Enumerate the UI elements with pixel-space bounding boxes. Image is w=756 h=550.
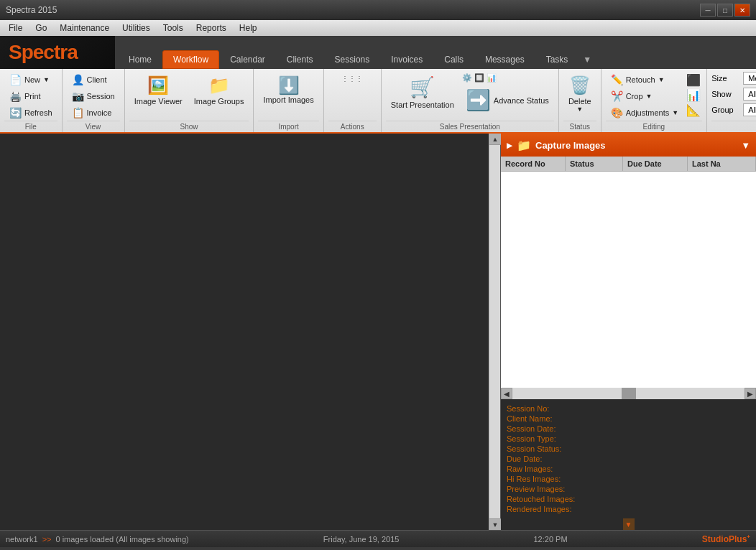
menu-tools[interactable]: Tools: [157, 22, 189, 34]
logo-nav-area: Spectra Home Workflow Calendar Clients S…: [0, 36, 756, 69]
retouch-icon: ✏️: [611, 74, 623, 85]
ribbon-section-show: 🖼️ Image Viewer 📁 Image Groups Show: [125, 69, 254, 132]
import-icon: ⬇️: [278, 75, 300, 95]
scroll-down-arrow[interactable]: ▼: [489, 518, 501, 530]
sales-sub-buttons: ⚙️ 🔲 📊 ➡️ Advance Status: [461, 72, 554, 116]
minimize-button[interactable]: ─: [700, 4, 716, 17]
show-select[interactable]: All Images Selected Flagged: [743, 88, 756, 101]
bottom-scroll-arrow[interactable]: ▼: [623, 518, 635, 530]
scroll-up-arrow[interactable]: ▲: [489, 134, 501, 145]
ribbon-section-file: 📄 New ▼ 🖨️ Print 🔄 Refresh File: [0, 69, 63, 132]
ribbon-editing-buttons: ✏️ Retouch ▼ ✂️ Crop ▼ 🎨 Adjustments ▼ ⬛…: [606, 72, 702, 121]
ribbon-actions-buttons: ⋮⋮⋮: [338, 72, 366, 121]
session-info-panel: Session No: Client Name: Session Date: S…: [501, 399, 756, 518]
options-column: Size Medium Small Large Show All Images …: [711, 72, 756, 116]
raw-images-label: Raw Images:: [507, 465, 553, 473]
view-button-column: 👤 Client 📷 Session 📋 Invoice: [67, 72, 120, 121]
tab-sessions[interactable]: Sessions: [324, 50, 381, 69]
close-button[interactable]: ✕: [734, 4, 750, 17]
size-row: Size Medium Small Large: [711, 72, 756, 85]
ribbon-file-buttons: 📄 New ▼ 🖨️ Print 🔄 Refresh: [4, 72, 57, 121]
size-label: Size: [711, 74, 740, 83]
tab-calls[interactable]: Calls: [433, 50, 474, 69]
tab-home[interactable]: Home: [118, 50, 162, 69]
crop-button[interactable]: ✂️ Crop ▼: [606, 88, 683, 104]
tab-tasks[interactable]: Tasks: [535, 50, 579, 69]
session-type-label: Session Type:: [507, 434, 556, 443]
size-select[interactable]: Medium Small Large: [743, 72, 756, 85]
group-select[interactable]: All Groups: [743, 103, 756, 116]
status-left: network1 >> 0 images loaded (All images …: [6, 535, 189, 544]
delete-button[interactable]: 🗑️ Delete ▼: [563, 72, 596, 116]
adjustments-button[interactable]: 🎨 Adjustments ▼: [606, 105, 683, 121]
status-arrow: >>: [42, 535, 52, 544]
preview-images-label: Preview Images:: [507, 485, 565, 493]
menu-file[interactable]: File: [3, 22, 28, 34]
client-button[interactable]: 👤 Client: [67, 72, 120, 88]
menu-bar: File Go Maintenance Utilities Tools Repo…: [0, 20, 756, 36]
menu-help[interactable]: Help: [234, 22, 263, 34]
session-button[interactable]: 📷 Session: [67, 88, 120, 104]
import-images-button[interactable]: ⬇️ Import Images: [258, 72, 318, 108]
advance-status-button[interactable]: ➡️ Advance Status: [461, 85, 554, 116]
scroll-track: [489, 145, 500, 518]
retouched-images-label: Retouched Images:: [507, 495, 575, 503]
right-panel: ▶ 📁 Capture Images ▼ Record No Status Du…: [500, 134, 756, 530]
tab-scroll-arrow[interactable]: ▼: [578, 50, 596, 69]
images-loaded-text: 0 images loaded (All images showing): [56, 535, 189, 544]
hscroll-right-arrow[interactable]: ▶: [745, 388, 756, 399]
session-date-label: Session Date:: [507, 424, 556, 433]
editing-side-icons: ⬛ 📊 📐: [685, 72, 702, 118]
header-triangle-icon: ▶: [507, 141, 512, 149]
new-icon: 📄: [9, 74, 22, 85]
actions-section-label: Actions: [328, 121, 377, 131]
new-button[interactable]: 📄 New ▼: [4, 72, 57, 88]
ribbon-status-buttons: 🗑️ Delete ▼: [563, 72, 596, 121]
capture-header-dropdown[interactable]: ▼: [741, 140, 750, 151]
maximize-button[interactable]: □: [717, 4, 733, 17]
tab-workflow[interactable]: Workflow: [162, 50, 219, 69]
print-button[interactable]: 🖨️ Print: [4, 88, 57, 104]
session-status-row: Session Status:: [507, 444, 750, 454]
size-icon: ⬛: [686, 73, 701, 87]
invoice-button[interactable]: 📋 Invoice: [67, 105, 120, 121]
tab-calendar[interactable]: Calendar: [219, 50, 276, 69]
horizontal-scrollbar[interactable]: ◀ ▶: [501, 388, 756, 399]
image-vertical-scrollbar[interactable]: ▲ ▼: [489, 134, 500, 530]
main-area: ▲ ▼ ▶ 📁 Capture Images ▼ Record No Statu…: [0, 134, 756, 530]
tab-clients[interactable]: Clients: [276, 50, 324, 69]
title-bar: Spectra 2015 ─ □ ✕: [0, 0, 756, 20]
image-groups-button[interactable]: 📁 Image Groups: [189, 72, 249, 109]
show-icon: 📊: [686, 88, 701, 102]
menu-reports[interactable]: Reports: [190, 22, 232, 34]
menu-maintenance[interactable]: Maintenance: [54, 22, 115, 34]
retouch-button[interactable]: ✏️ Retouch ▼: [606, 72, 683, 88]
hi-res-label: Hi Res Images:: [507, 475, 561, 483]
table-header-row: Record No Status Due Date Last Na: [501, 157, 756, 172]
tab-invoices[interactable]: Invoices: [380, 50, 433, 69]
start-presentation-button[interactable]: 🛒 Start Presentation: [386, 72, 459, 113]
invoice-icon: 📋: [72, 107, 84, 118]
session-status-label: Session Status:: [507, 444, 561, 453]
tab-messages[interactable]: Messages: [474, 50, 535, 69]
col-due-date: Due Date: [623, 157, 688, 171]
refresh-button[interactable]: 🔄 Refresh: [4, 105, 57, 121]
ribbon-section-options: Size Medium Small Large Show All Images …: [707, 69, 756, 132]
hscroll-track[interactable]: [512, 388, 745, 399]
options-section-label: Options: [711, 121, 756, 131]
show-label: Show: [711, 90, 740, 98]
adjustments-icon: 🎨: [611, 107, 623, 118]
refresh-icon: 🔄: [9, 107, 22, 118]
menu-utilities[interactable]: Utilities: [116, 22, 156, 34]
panel-bottom-scroll[interactable]: ▼: [501, 518, 756, 530]
image-viewer-button[interactable]: 🖼️ Image Viewer: [129, 72, 188, 109]
app-logo: Spectra: [0, 36, 115, 69]
show-section-label: Show: [129, 121, 249, 131]
hi-res-row: Hi Res Images:: [507, 474, 750, 484]
hscroll-left-arrow[interactable]: ◀: [501, 388, 512, 399]
header-folder-icon: 📁: [517, 139, 531, 152]
due-date-label: Due Date:: [507, 455, 543, 463]
ribbon-import-buttons: ⬇️ Import Images: [258, 72, 318, 121]
menu-go[interactable]: Go: [29, 22, 52, 34]
raw-images-row: Raw Images:: [507, 464, 750, 474]
